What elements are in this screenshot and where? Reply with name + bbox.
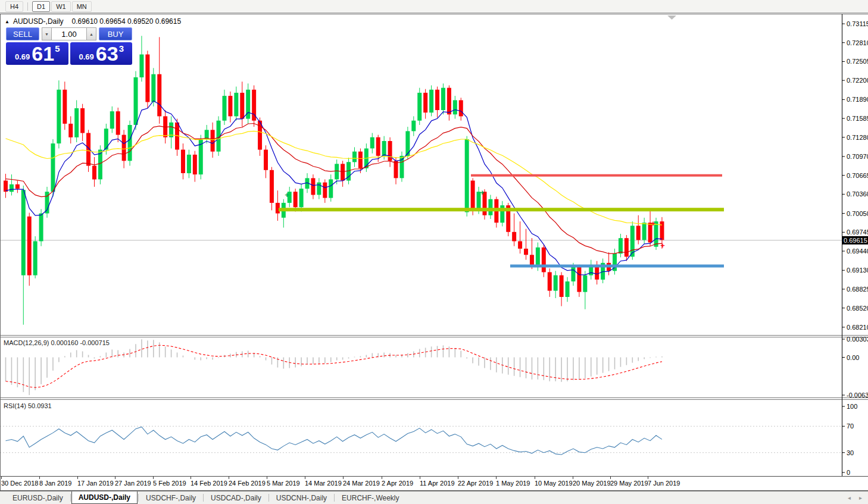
axis-tick-label: 0.68520 bbox=[847, 305, 868, 312]
toolbar-separator bbox=[27, 2, 28, 11]
date-tick-label: 24 Mar 2019 bbox=[343, 480, 380, 487]
candle-body bbox=[512, 232, 516, 242]
candle-body bbox=[660, 221, 664, 240]
candle-body bbox=[122, 135, 126, 161]
chart-canvas[interactable]: ++++MACD(12,26,9) 0.000160 -0.000715RSI(… bbox=[0, 0, 868, 504]
candle-body bbox=[382, 141, 386, 156]
date-tick-label: 22 Apr 2019 bbox=[458, 480, 493, 487]
date-tick-label: 14 Feb 2019 bbox=[191, 480, 227, 487]
date-tick-label: 1 May 2019 bbox=[496, 480, 530, 487]
candle-body bbox=[548, 272, 552, 290]
candle-body bbox=[222, 96, 226, 121]
sell-button[interactable]: SELL bbox=[6, 27, 39, 40]
date-tick-label: 14 Mar 2019 bbox=[305, 480, 342, 487]
date-tick-label: 8 Jan 2019 bbox=[39, 480, 71, 487]
candle-body bbox=[92, 166, 96, 180]
buy-price-prefix: 0.69 bbox=[79, 52, 94, 61]
chart-tab-usdchf-daily[interactable]: USDCHF-,Daily bbox=[139, 492, 202, 504]
timeframe-button-h4[interactable]: H4 bbox=[5, 1, 23, 12]
candle-body bbox=[636, 226, 641, 240]
chart-tab-usdcad-daily[interactable]: USDCAD-,Daily bbox=[204, 492, 268, 504]
candle-body bbox=[388, 141, 392, 161]
sell-price-prefix: 0.69 bbox=[15, 52, 30, 61]
candle-body bbox=[441, 88, 445, 110]
candle-body bbox=[642, 223, 647, 240]
chart-tab-eurchf-weekly[interactable]: EURCHF-,Weekly bbox=[335, 492, 405, 504]
candle-body bbox=[619, 238, 623, 253]
candle-body bbox=[240, 93, 244, 119]
candle-body bbox=[447, 88, 451, 115]
candle-body bbox=[157, 74, 161, 117]
trade-marker-plus-icon: + bbox=[480, 188, 485, 197]
macd-label: MACD(12,26,9) 0.000160 -0.000715 bbox=[4, 339, 110, 346]
timeframe-button-w1[interactable]: W1 bbox=[51, 1, 71, 12]
candle-body bbox=[524, 249, 528, 255]
candle-body bbox=[341, 164, 345, 180]
candle-body bbox=[417, 93, 421, 121]
axis-tick-label: 0.68210 bbox=[847, 324, 868, 331]
candle-body bbox=[566, 281, 570, 297]
tab-scroll-right-icon[interactable]: ▸ bbox=[859, 494, 862, 501]
candle-body bbox=[270, 170, 274, 203]
timeframe-button-d1[interactable]: D1 bbox=[32, 1, 50, 12]
date-tick-label: 29 May 2019 bbox=[610, 480, 648, 487]
chart-title-row: ▲ AUDUSD-,Daily 0.69610 0.69654 0.69520 … bbox=[5, 17, 181, 26]
candle-body bbox=[128, 125, 132, 161]
sell-price-display[interactable]: 0.69 61 5 bbox=[6, 42, 68, 65]
candle-body bbox=[560, 276, 564, 297]
chart-tab-eurusd-daily[interactable]: EURUSD-,Daily bbox=[6, 492, 70, 504]
candle-body bbox=[323, 183, 327, 198]
candle-body bbox=[116, 111, 120, 135]
axis-tick-label: 0.71890 bbox=[847, 96, 868, 103]
tab-divider bbox=[334, 494, 335, 502]
candle-body bbox=[80, 108, 85, 133]
candle-body bbox=[536, 248, 540, 265]
date-tick-label: 2 Apr 2019 bbox=[382, 480, 413, 487]
candle-body bbox=[74, 108, 79, 137]
candle-body bbox=[264, 150, 268, 170]
volume-increase-icon[interactable]: ▲ bbox=[86, 27, 96, 40]
buy-price-pip: 3 bbox=[119, 43, 124, 54]
collapse-triangle-icon[interactable]: ▲ bbox=[5, 19, 10, 24]
candle-body bbox=[376, 137, 380, 156]
candle-body bbox=[571, 267, 575, 281]
candle-body bbox=[465, 139, 469, 212]
one-click-trade-panel: SELL ▼ 1.00 ▲ BUY 0.69 61 5 0.69 63 3 bbox=[6, 27, 132, 65]
chart-tab-audusd-daily[interactable]: AUDUSD-,Daily bbox=[71, 492, 138, 504]
buy-price-display[interactable]: 0.69 63 3 bbox=[70, 42, 133, 65]
candle-body bbox=[471, 181, 475, 211]
date-tick-label: 27 Jan 2019 bbox=[115, 480, 151, 487]
candle-body bbox=[394, 161, 398, 178]
timeframe-button-mn[interactable]: MN bbox=[72, 1, 92, 12]
candle-body bbox=[399, 156, 404, 178]
candle-body bbox=[335, 164, 339, 179]
tab-divider bbox=[268, 494, 269, 502]
candle-body bbox=[459, 100, 463, 116]
axis-tick-label: 30 bbox=[847, 449, 854, 456]
candle-body bbox=[134, 77, 138, 125]
axis-tick-label: 70 bbox=[847, 422, 854, 430]
axis-tick-label: 0.68825 bbox=[847, 286, 868, 293]
candle-body bbox=[33, 241, 38, 275]
chart-tab-usdcnh-daily[interactable]: USDCNH-,Daily bbox=[270, 492, 333, 504]
date-tick-label: 5 Mar 2019 bbox=[267, 480, 300, 487]
candle-body bbox=[311, 178, 315, 195]
buy-button[interactable]: BUY bbox=[99, 27, 132, 40]
date-tick-label: 30 Dec 2018 bbox=[1, 480, 38, 487]
candle-body bbox=[68, 124, 73, 137]
tab-scroll-left-icon[interactable]: ◂ bbox=[848, 494, 851, 501]
axis-tick-label: 0.69745 bbox=[847, 228, 868, 236]
candle-body bbox=[299, 189, 304, 207]
candle-body bbox=[57, 90, 61, 143]
date-tick-label: 20 May 2019 bbox=[573, 480, 611, 487]
candle-body bbox=[145, 55, 149, 102]
candle-body bbox=[370, 137, 374, 149]
volume-value[interactable]: 1.00 bbox=[52, 27, 86, 40]
timeframe-toolbar: H4D1W1MN bbox=[0, 0, 868, 13]
volume-decrease-icon[interactable]: ▼ bbox=[42, 27, 52, 40]
candle-body bbox=[554, 276, 558, 291]
candle-body bbox=[411, 121, 416, 132]
candle-body bbox=[51, 143, 55, 192]
candle-body bbox=[625, 238, 629, 256]
axis-tick-label: 100 bbox=[847, 403, 857, 410]
